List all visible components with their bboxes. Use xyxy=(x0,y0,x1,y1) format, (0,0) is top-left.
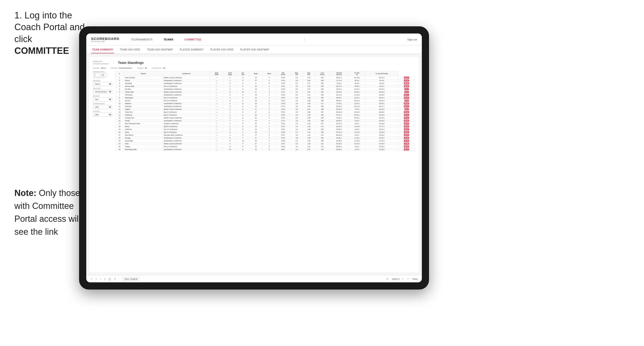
table-cell: 86.08 xyxy=(398,85,415,88)
table-cell: 278.6 xyxy=(276,131,290,134)
sub-nav-player-h2h-heatmap[interactable]: PLAYER H2H HEATMAP xyxy=(239,46,270,53)
table-cell: 2.11 xyxy=(303,93,315,96)
toolbar-home[interactable]: ⌂ xyxy=(100,277,102,281)
table-row: 18IllinoisBig Ten Conference—18231279.1-… xyxy=(115,125,415,128)
table-cell: Arkansas xyxy=(124,105,163,108)
table-cell: 72-30-1 xyxy=(330,102,348,105)
rounds-slider[interactable] xyxy=(93,77,105,78)
table-cell: 8 xyxy=(237,145,249,148)
toolbar-copy[interactable]: ⎘ xyxy=(104,277,106,281)
table-cell: New Mexico xyxy=(124,134,163,136)
table-cell: 4 xyxy=(263,122,276,125)
table-cell: 109-24-2 xyxy=(330,134,348,136)
toolbar-clock[interactable]: ⏱ xyxy=(113,277,116,281)
table-cell: 6 xyxy=(263,82,276,85)
sub-nav-team-h2h-heatmap[interactable]: TEAM H2H HEATMAP xyxy=(146,46,174,53)
table-cell: 60.7 xyxy=(398,108,415,111)
table-cell: 17 xyxy=(249,134,263,136)
table-cell: 273.5 xyxy=(276,76,290,79)
table-cell: 1.86 xyxy=(303,102,315,105)
table-cell: 59.47 xyxy=(398,116,415,119)
share-button[interactable]: Share xyxy=(412,278,418,280)
table-cell: Southern Conference xyxy=(163,122,210,125)
table-cell: 16 xyxy=(115,119,124,122)
table-cell: 277.5 xyxy=(276,119,290,122)
max-rounds-input[interactable] xyxy=(101,73,107,77)
table-cell: 1.85 xyxy=(303,113,315,116)
table-cell: 13 xyxy=(115,111,124,113)
table-cell: 1.98 xyxy=(303,96,315,99)
nav-committee[interactable]: COMMITTEE xyxy=(183,37,204,42)
expand-icon[interactable]: ⤢ xyxy=(402,277,404,281)
table-cell: 6 xyxy=(263,79,276,82)
tablet-frame: SCOREBOARD Powered by clippd TOURNAMENTS… xyxy=(79,26,429,290)
table-cell: 60.3 xyxy=(398,99,415,102)
col-rnds: Rnds xyxy=(249,71,263,76)
table-cell: 13-24-1 xyxy=(348,102,366,105)
table-cell: — xyxy=(210,90,223,93)
table-cell: Atlantic Coast Conference xyxy=(163,142,210,145)
step-instruction: 1. Log into the Coach Portal and click C… xyxy=(14,9,86,57)
table-cell: Georgia Tech xyxy=(124,116,163,119)
toolbar-undo[interactable]: ↩ xyxy=(90,277,93,281)
table-cell: -3.5 xyxy=(290,102,303,105)
table-cell: 68.71 xyxy=(398,93,415,96)
table-cell: 4 xyxy=(263,76,276,79)
table-cell: Texas A&M xyxy=(124,139,163,142)
table-cell: 18 xyxy=(249,88,263,90)
table-cell: — xyxy=(210,85,223,88)
table-cell: 3 xyxy=(223,108,237,111)
table-cell: 1 xyxy=(223,125,237,128)
toolbar-paste[interactable]: 📋 xyxy=(108,277,112,281)
region-select[interactable]: N/A xyxy=(93,97,112,101)
table-cell: 9 xyxy=(237,79,249,82)
sign-out-button[interactable]: Sign out xyxy=(408,38,417,41)
division-select[interactable]: NCAA Division I xyxy=(93,90,112,94)
table-cell: 39-23-3 xyxy=(365,99,398,102)
table-cell: 36.13 xyxy=(398,148,415,151)
table-cell: 11 xyxy=(115,105,124,108)
table-cell: 8 xyxy=(237,125,249,128)
table-cell: 278.7 xyxy=(276,134,290,136)
table-cell: 2.01 xyxy=(303,108,315,111)
table-cell: 46.16 xyxy=(398,122,415,125)
min-rounds-input[interactable] xyxy=(93,73,100,77)
eye-icon: 👁 xyxy=(386,277,389,281)
table-cell: 267 xyxy=(315,122,330,125)
table-cell: — xyxy=(210,82,223,85)
table-cell: 48.02 xyxy=(398,119,415,122)
table-cell: 26 xyxy=(249,85,263,88)
nav-teams[interactable]: TEAMS xyxy=(162,37,176,42)
table-cell: 2 xyxy=(263,113,276,116)
table-cell: Oregon xyxy=(124,145,163,148)
table-cell: 5 xyxy=(223,102,237,105)
sub-nav-team-h2h-grid[interactable]: TEAM H2H GRID xyxy=(119,46,141,53)
watch-button[interactable]: Watch ▾ xyxy=(392,278,400,280)
table-cell: 2.77 xyxy=(303,82,315,85)
table-cell: -5.1 xyxy=(290,122,303,125)
sub-nav-player-summary[interactable]: PLAYER SUMMARY xyxy=(179,46,204,53)
sub-nav-team-summary[interactable]: TEAM SUMMARY xyxy=(91,46,114,53)
table-cell: 82-18-3 xyxy=(330,105,348,108)
table-cell: 63-15-1 xyxy=(330,88,348,90)
school-select[interactable]: (All) xyxy=(93,113,112,117)
table-row: 16FloridaSoutheastern Conference—7924427… xyxy=(115,119,415,122)
conference-select[interactable]: (All) xyxy=(93,105,112,109)
sub-nav-player-h2h-grid[interactable]: PLAYER H2H GRID xyxy=(210,46,235,53)
table-cell: 4 xyxy=(115,85,124,88)
toolbar-redo[interactable]: ↪ xyxy=(95,277,98,281)
table-cell: 269 xyxy=(315,113,330,116)
table-cell: 6 xyxy=(237,88,249,90)
table-cell: 1 xyxy=(223,76,237,79)
nav-tournaments[interactable]: TOURNAMENTS xyxy=(129,37,154,42)
table-cell: — xyxy=(210,139,223,142)
table-cell: 1.85 xyxy=(303,111,315,113)
table-cell: 1 xyxy=(263,96,276,99)
table-cell: 4 xyxy=(263,131,276,134)
table-cell: 21 xyxy=(115,134,124,136)
gender-select[interactable]: Men's xyxy=(93,82,112,86)
table-cell: 18 xyxy=(249,93,263,96)
view-original-button[interactable]: View: Original xyxy=(122,277,139,281)
table-cell: 86-25-1 xyxy=(330,96,348,99)
table-row: 21New MexicoMountain West Conference—191… xyxy=(115,134,415,136)
